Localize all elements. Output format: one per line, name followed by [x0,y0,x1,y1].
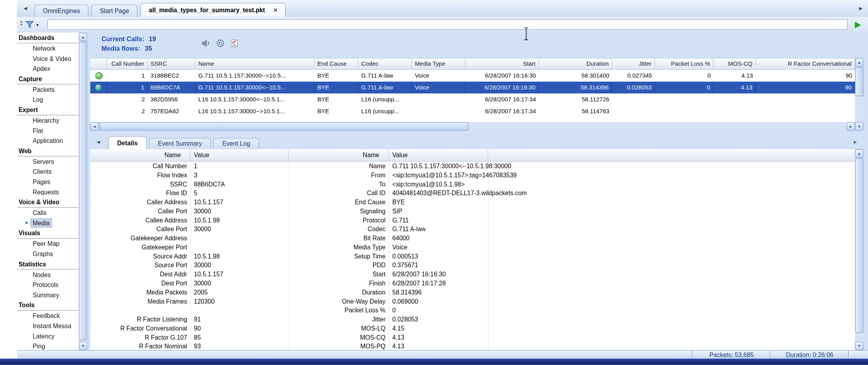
horizontal-scrollbar-thumb[interactable] [99,122,468,131]
sidebar-scrollbar[interactable]: ▲ ▼ [79,32,87,350]
sidebar-item-protocols[interactable]: Protocols [17,280,79,290]
select-related-packets-button[interactable] [231,40,238,50]
details-header: Name Value Name Value [90,149,855,162]
column-header-call_number[interactable]: Call Number▲ [107,59,147,69]
sidebar-item-flat[interactable]: Flat [17,125,79,136]
scroll-left-button[interactable]: ◄ [90,122,99,131]
tab-details[interactable]: Details [108,136,147,149]
media-flow-row-1[interactable]: 13188BEC2G.711 10.5.1.157:30000-->10.5..… [90,70,855,82]
pane-splitter-icon[interactable]: ▲▼ [19,20,24,27]
details-column-header-value[interactable]: Value [191,149,289,161]
column-header-r_factor_conv[interactable]: R Factor Conversational [756,59,855,69]
apply-filter-button[interactable]: ▶ [852,19,864,30]
sidebar-item-graphs[interactable]: Graphs [17,249,79,259]
play-audio-button[interactable] [202,40,210,50]
detail-row-15: Media Packets2005Duration58.314396 [90,288,855,297]
sidebar-item-latency[interactable]: Latency [17,331,79,341]
tab-event-log[interactable]: Event Log [213,138,259,149]
details-column-header-name-2[interactable]: Name [289,149,389,161]
sidebar-item-servers[interactable]: Servers [17,156,79,167]
sidebar-scroll-up-button[interactable]: ▲ [79,32,87,41]
detail-value: 10.5.1.98 [191,216,289,225]
column-header-packet_loss_pct[interactable]: Packet Loss % [655,59,713,69]
sidebar-item-calls[interactable]: Calls [17,208,79,218]
sidebar-item-log[interactable]: Log [17,95,79,105]
sidebar-item-summary[interactable]: Summary [17,290,79,300]
detail-row-5: Caller Address10.5.1.157End CauseBYE [90,198,855,207]
column-header-codec[interactable]: Codec [358,59,412,69]
scroll-down-button[interactable]: ▼ [855,342,863,350]
column-header-end_cause[interactable]: End Cause [315,59,359,69]
close-tab-icon[interactable]: × [273,6,277,14]
media-flow-row-4[interactable]: 2757EDA82L16 10.5.1.157:30000-->10.5.1..… [90,105,855,117]
scroll-left-icon: ◄ [91,123,98,130]
sidebar-scrollbar-thumb[interactable] [79,42,87,340]
filter-button[interactable]: ▼ [25,19,46,30]
media-flow-row-2[interactable]: 188B6DC7AG.711 10.5.1.157:30000<--10.5..… [90,82,855,93]
column-header-label: Jitter [639,60,652,67]
sidebar-item-pages[interactable]: Pages [17,177,79,187]
detail-value: <sip:tcmyua1@10.5.1.98> [389,180,465,189]
text-cursor-pointer [523,27,530,43]
sidebar-item-network[interactable]: Network [17,44,79,54]
sidebar-item-requests[interactable]: Requests [17,187,79,197]
column-header-jitter[interactable]: Jitter [612,59,655,69]
detail-name: End Cause [289,198,389,207]
media-flow-row-3[interactable]: 2382D5956L16 10.5.1.157:30000<--10.5.1..… [90,93,855,105]
sidebar-scroll-down-button[interactable]: ▼ [79,342,87,350]
details-tabs-scroll-left-icon[interactable]: ◄ [96,139,101,144]
column-header-indicator[interactable] [90,59,107,69]
tab-event-summary[interactable]: Event Summary [149,138,211,149]
column-header-mos_cq[interactable]: MOS-CQ [713,59,756,69]
sidebar-item-voice-video[interactable]: Voice & Video [17,53,79,64]
sidebar-item-application[interactable]: Application [17,136,79,146]
save-audio-button[interactable] [216,40,224,50]
detail-value: 4.15 [389,324,404,333]
sidebar-item-label: Peer Map [33,239,59,249]
sidebar-item-ping[interactable]: Ping [17,341,79,350]
column-header-ssrc[interactable]: SSRC [148,59,196,69]
detail-value: 10.5.1.98 [191,252,289,261]
tab-scroll-left-icon[interactable]: ◄ [23,4,28,12]
sidebar-item-apdex[interactable]: Apdex [17,64,79,74]
vertical-scrollbar-thumb[interactable] [855,67,863,96]
cell-call_number: 2 [107,105,147,117]
column-header-label: Start [523,60,535,67]
sidebar-item-clients[interactable]: Clients [17,167,79,177]
sidebar-item-instant-messa[interactable]: Instant Messa [17,321,79,331]
tab-omniengines[interactable]: OmniEngines [34,4,89,17]
column-header-duration[interactable]: Duration [539,59,612,69]
column-header-start[interactable]: Start [466,59,539,69]
tab-scroll-right-icon[interactable]: ► [858,4,864,12]
scroll-up-button[interactable]: ▲ [855,149,863,158]
column-header-media_type[interactable]: Media Type [412,59,466,69]
details-tabs-scroll-right-icon[interactable]: ► [853,139,858,144]
sidebar-item-peer-map[interactable]: Peer Map [17,239,79,249]
scroll-down-button[interactable]: ▼ [855,122,863,131]
scroll-right-button[interactable]: ► [847,122,855,131]
tab-label: Start Page [100,7,129,14]
sidebar-item-hierarchy[interactable]: Hierarchy [17,116,79,126]
sidebar-item-packets[interactable]: Packets [17,84,79,95]
detail-name: R Factor G.107 [90,333,191,342]
media-table-vertical-scrollbar[interactable]: ▲ ▼ [855,58,863,130]
details-column-header-name[interactable]: Name [90,149,191,161]
media-table-horizontal-scrollbar[interactable]: ◄ ► [90,122,855,131]
details-column-header-value-2[interactable]: Value [389,149,488,161]
details-scrollbar-thumb[interactable] [855,158,863,333]
tab-start-page[interactable]: Start Page [91,4,138,17]
details-vertical-scrollbar[interactable]: ▲ ▼ [855,149,863,350]
scroll-up-button[interactable]: ▲ [855,58,863,66]
filter-input[interactable] [47,19,847,30]
cell-r_factor_conv: 90 [756,70,855,82]
sidebar-item-feedback[interactable]: Feedback [17,311,79,321]
detail-value [191,306,289,315]
cell-packet_loss_pct: 0 [655,70,713,82]
sidebar-item-nodes[interactable]: Nodes [17,270,79,280]
detail-value: 10.5.1.157 [191,270,289,279]
tab-capture-file[interactable]: all_media_types_for_summary_test.pkt × [140,3,286,17]
cell-r_factor_conv [756,105,855,117]
sidebar-item-media[interactable]: ►Media [17,218,79,228]
column-header-name[interactable]: Name [195,59,314,69]
detail-value: 1 [191,162,289,171]
